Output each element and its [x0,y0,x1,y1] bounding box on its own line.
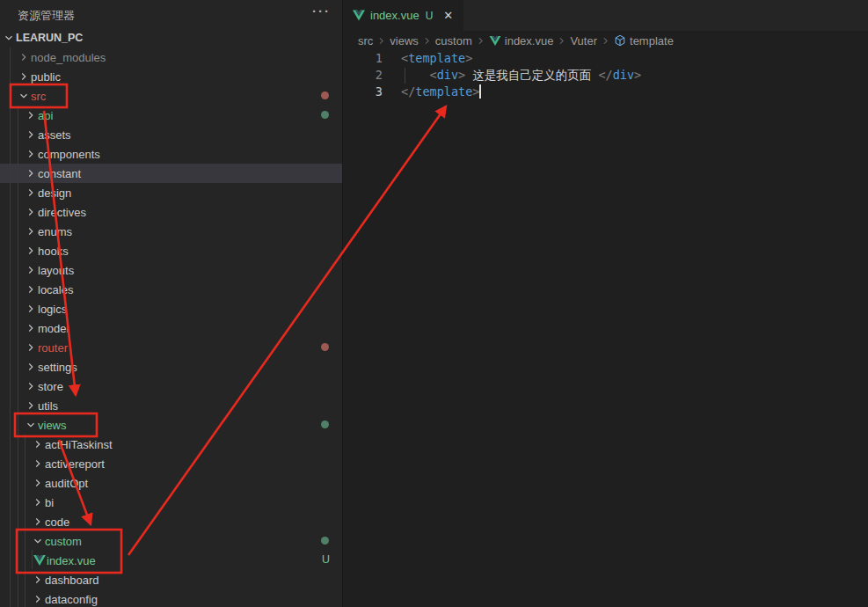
tab-indexvue[interactable]: index.vue U ✕ [344,0,463,31]
vue-file-icon [33,555,46,566]
breadcrumb-item-views[interactable]: views [390,34,419,48]
breadcrumb-separator-icon [475,35,486,47]
chevron-right-icon [32,574,44,586]
tree-item-public[interactable]: public [0,67,342,86]
workspace-root-row[interactable]: LEARUN_PC [0,28,342,48]
tree-item-logics[interactable]: logics [0,299,342,318]
tree-item-constant[interactable]: constant [0,164,342,183]
tree-item-locales[interactable]: locales [0,280,342,299]
breadcrumb-item-src[interactable]: src [358,34,373,48]
chevron-right-icon [25,303,37,315]
chevron-right-icon [25,167,37,179]
tree-item-label: bi [45,496,54,509]
tree-item-label: hooks [38,245,69,258]
tree-item-label: enums [38,225,72,238]
tree-item-label: model [38,322,69,335]
tree-item-store[interactable]: store [0,377,342,396]
chevron-right-icon [25,399,37,412]
tree-item-label: assets [38,128,71,142]
breadcrumb-item-index.vue[interactable]: index.vue [489,34,554,48]
breadcrumb-item-custom[interactable]: custom [435,34,472,48]
breadcrumb-separator-icon [421,35,433,47]
code-line-3[interactable]: 3</template> [344,84,868,100]
tree-item-label: index.vue [47,554,96,567]
code-line-text: </template> [383,84,481,100]
editor-area: index.vue U ✕ srcviewscustomindex.vueVut… [344,0,868,607]
tree-item-dashboard[interactable]: dashboard [0,570,342,589]
tree-item-label: api [38,109,53,122]
code-line-text: <template> [383,50,472,67]
tree-item-design[interactable]: design [0,183,342,202]
tree-item-label: logics [38,303,67,316]
tree-item-label: directives [38,206,86,219]
tree-item-components[interactable]: components [0,144,342,164]
tree-item-utils[interactable]: utils [0,396,342,415]
chevron-right-icon [32,593,44,605]
close-icon[interactable]: ✕ [441,8,456,23]
breadcrumb-label: custom [435,34,472,48]
git-status-dot [321,111,329,119]
tree-item-assets[interactable]: assets [0,125,342,144]
vue-file-icon [489,36,501,46]
tree-item-label: constant [38,167,81,180]
tree-item-label: locales [38,283,73,296]
chevron-right-icon [32,516,44,528]
tree-item-label: public [31,70,61,84]
breadcrumb-label: template [630,34,674,48]
tree-item-auditOpt[interactable]: auditOpt [0,473,342,493]
code-line-2[interactable]: 2 <div> 这是我自己定义的页面 </div> [344,67,868,84]
tree-item-label: utils [38,399,58,413]
tree-item-router[interactable]: router [0,338,342,357]
tree-item-label: components [38,148,100,161]
git-status-dot [321,537,329,545]
explorer-title: 资源管理器 [18,8,75,24]
tree-item-custom[interactable]: custom [0,531,342,551]
git-status-dot [321,343,329,351]
breadcrumb-separator-icon [556,35,567,47]
breadcrumb-label: src [358,34,373,48]
line-number: 3 [344,84,383,100]
tree-item-activereport[interactable]: activereport [0,454,342,473]
tree-item-src[interactable]: src [0,86,342,106]
workspace-name: LEARUN_PC [16,32,83,44]
chevron-right-icon [25,128,37,141]
tree-item-code[interactable]: code [0,512,342,531]
tree-item-settings[interactable]: settings [0,357,342,377]
tree-item-label: settings [38,361,77,374]
tree-item-label: layouts [38,264,74,277]
chevron-down-icon [3,32,15,44]
vue-file-icon [353,10,365,21]
tab-bar: index.vue U ✕ [344,0,868,31]
tree-item-directives[interactable]: directives [0,202,342,222]
symbol-cube-icon [614,34,626,47]
chevron-right-icon [25,109,37,121]
tree-item-actHiTaskinst[interactable]: actHiTaskinst [0,435,342,454]
breadcrumb-separator-icon [376,35,387,47]
chevron-right-icon [25,148,37,160]
code-line-1[interactable]: 1<template> [344,50,868,67]
git-status-dot [321,421,329,428]
tree-item-views[interactable]: views [0,415,342,435]
tree-item-model[interactable]: model [0,318,342,338]
chevron-right-icon [25,322,37,334]
breadcrumb-label: Vuter [570,34,597,48]
breadcrumb-item-template[interactable]: template [614,34,674,48]
git-status-dot [321,91,329,99]
tree-item-dataconfig[interactable]: dataconfig [0,589,342,607]
tree-item-node_modules[interactable]: node_modules [0,48,342,67]
breadcrumb-item-Vuter[interactable]: Vuter [570,34,597,48]
more-actions-button[interactable]: ··· [309,3,334,20]
tree-item-layouts[interactable]: layouts [0,260,342,280]
text-cursor [479,84,481,99]
chevron-down-icon [32,535,44,547]
code-editor[interactable]: 1<template>2 <div> 这是我自己定义的页面 </div>3</t… [344,50,868,100]
tree-item-api[interactable]: api [0,106,342,125]
chevron-right-icon [25,206,37,218]
tree-item-index.vue[interactable]: index.vueU [0,551,342,570]
chevron-right-icon [25,341,37,354]
tree-item-bi[interactable]: bi [0,493,342,512]
tree-item-hooks[interactable]: hooks [0,241,342,260]
tree-item-label: src [31,90,46,103]
breadcrumb: srcviewscustomindex.vueVutertemplate [344,31,868,50]
tree-item-enums[interactable]: enums [0,222,342,241]
